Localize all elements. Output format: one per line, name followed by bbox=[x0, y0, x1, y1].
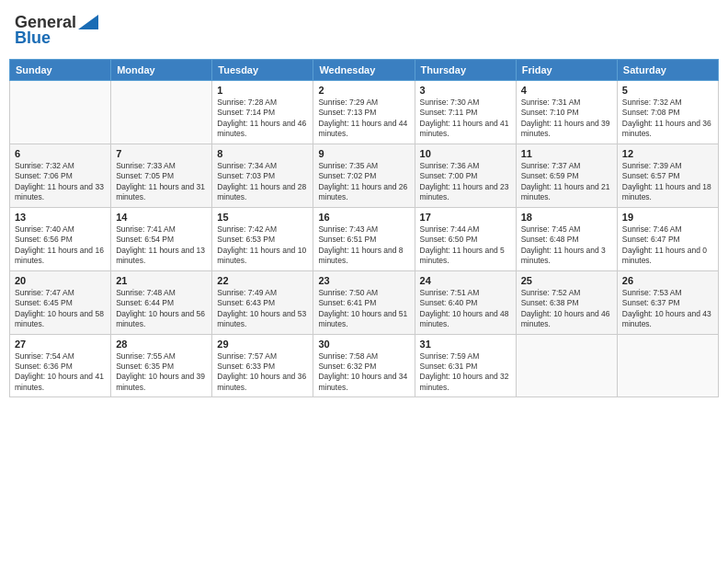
calendar-cell: 23Sunrise: 7:50 AM Sunset: 6:41 PM Dayli… bbox=[313, 270, 415, 334]
calendar-cell: 12Sunrise: 7:39 AM Sunset: 6:57 PM Dayli… bbox=[617, 144, 718, 207]
day-number: 28 bbox=[116, 339, 207, 350]
calendar-week-row: 27Sunrise: 7:54 AM Sunset: 6:36 PM Dayli… bbox=[10, 334, 719, 397]
logo: General Blue bbox=[15, 13, 98, 48]
day-number: 19 bbox=[622, 212, 713, 223]
day-info-text: Sunrise: 7:44 AM Sunset: 6:50 PM Dayligh… bbox=[420, 224, 511, 267]
calendar-cell: 10Sunrise: 7:36 AM Sunset: 7:00 PM Dayli… bbox=[415, 144, 516, 207]
day-info-text: Sunrise: 7:43 AM Sunset: 6:51 PM Dayligh… bbox=[318, 224, 409, 267]
day-info-text: Sunrise: 7:47 AM Sunset: 6:45 PM Dayligh… bbox=[15, 288, 106, 330]
day-info-text: Sunrise: 7:48 AM Sunset: 6:44 PM Dayligh… bbox=[116, 288, 207, 330]
day-info-text: Sunrise: 7:28 AM Sunset: 7:14 PM Dayligh… bbox=[217, 98, 308, 140]
day-info-text: Sunrise: 7:50 AM Sunset: 6:41 PM Dayligh… bbox=[318, 288, 409, 330]
calendar-cell: 2Sunrise: 7:29 AM Sunset: 7:13 PM Daylig… bbox=[313, 81, 415, 144]
day-info-text: Sunrise: 7:54 AM Sunset: 6:36 PM Dayligh… bbox=[15, 351, 106, 394]
day-info-text: Sunrise: 7:37 AM Sunset: 6:59 PM Dayligh… bbox=[521, 161, 612, 203]
day-info-text: Sunrise: 7:31 AM Sunset: 7:10 PM Dayligh… bbox=[521, 98, 612, 140]
day-info-text: Sunrise: 7:55 AM Sunset: 6:35 PM Dayligh… bbox=[116, 351, 207, 394]
calendar-cell: 21Sunrise: 7:48 AM Sunset: 6:44 PM Dayli… bbox=[111, 270, 212, 334]
day-info-text: Sunrise: 7:40 AM Sunset: 6:56 PM Dayligh… bbox=[15, 224, 106, 267]
calendar-cell: 3Sunrise: 7:30 AM Sunset: 7:11 PM Daylig… bbox=[415, 81, 516, 144]
calendar-cell: 30Sunrise: 7:58 AM Sunset: 6:32 PM Dayli… bbox=[313, 334, 415, 397]
calendar-cell: 14Sunrise: 7:41 AM Sunset: 6:54 PM Dayli… bbox=[111, 207, 212, 270]
calendar-table: SundayMondayTuesdayWednesdayThursdayFrid… bbox=[9, 59, 719, 397]
day-number: 31 bbox=[420, 339, 511, 350]
day-number: 18 bbox=[521, 212, 612, 223]
day-number: 26 bbox=[622, 275, 713, 286]
day-number: 14 bbox=[116, 212, 207, 223]
logo-icon bbox=[78, 15, 98, 29]
day-info-text: Sunrise: 7:41 AM Sunset: 6:54 PM Dayligh… bbox=[116, 224, 207, 267]
calendar-cell: 25Sunrise: 7:52 AM Sunset: 6:38 PM Dayli… bbox=[516, 270, 617, 334]
day-number: 5 bbox=[622, 85, 713, 96]
calendar-cell: 1Sunrise: 7:28 AM Sunset: 7:14 PM Daylig… bbox=[212, 81, 313, 144]
day-number: 30 bbox=[318, 339, 409, 350]
day-number: 11 bbox=[521, 148, 612, 159]
day-info-text: Sunrise: 7:53 AM Sunset: 6:37 PM Dayligh… bbox=[622, 288, 713, 330]
day-number: 27 bbox=[15, 339, 106, 350]
day-info-text: Sunrise: 7:33 AM Sunset: 7:05 PM Dayligh… bbox=[116, 161, 207, 203]
day-info-text: Sunrise: 7:34 AM Sunset: 7:03 PM Dayligh… bbox=[217, 161, 308, 203]
calendar-cell: 16Sunrise: 7:43 AM Sunset: 6:51 PM Dayli… bbox=[313, 207, 415, 270]
day-info-text: Sunrise: 7:39 AM Sunset: 6:57 PM Dayligh… bbox=[622, 161, 713, 203]
calendar-cell: 31Sunrise: 7:59 AM Sunset: 6:31 PM Dayli… bbox=[415, 334, 516, 397]
day-of-week-header: Wednesday bbox=[313, 60, 415, 81]
day-number: 10 bbox=[420, 148, 511, 159]
day-info-text: Sunrise: 7:51 AM Sunset: 6:40 PM Dayligh… bbox=[420, 288, 511, 330]
day-info-text: Sunrise: 7:42 AM Sunset: 6:53 PM Dayligh… bbox=[217, 224, 308, 267]
calendar-cell: 28Sunrise: 7:55 AM Sunset: 6:35 PM Dayli… bbox=[111, 334, 212, 397]
calendar-cell bbox=[111, 81, 212, 144]
calendar-cell: 13Sunrise: 7:40 AM Sunset: 6:56 PM Dayli… bbox=[10, 207, 111, 270]
calendar-cell: 27Sunrise: 7:54 AM Sunset: 6:36 PM Dayli… bbox=[10, 334, 111, 397]
calendar-cell: 5Sunrise: 7:32 AM Sunset: 7:08 PM Daylig… bbox=[617, 81, 718, 144]
day-number: 21 bbox=[116, 275, 207, 286]
logo-blue-text: Blue bbox=[15, 29, 51, 48]
day-of-week-header: Monday bbox=[111, 60, 212, 81]
day-info-text: Sunrise: 7:45 AM Sunset: 6:48 PM Dayligh… bbox=[521, 224, 612, 267]
calendar-cell: 8Sunrise: 7:34 AM Sunset: 7:03 PM Daylig… bbox=[212, 144, 313, 207]
day-info-text: Sunrise: 7:52 AM Sunset: 6:38 PM Dayligh… bbox=[521, 288, 612, 330]
days-header-row: SundayMondayTuesdayWednesdayThursdayFrid… bbox=[10, 60, 719, 81]
calendar-cell: 18Sunrise: 7:45 AM Sunset: 6:48 PM Dayli… bbox=[516, 207, 617, 270]
day-number: 25 bbox=[521, 275, 612, 286]
calendar-week-row: 20Sunrise: 7:47 AM Sunset: 6:45 PM Dayli… bbox=[10, 270, 719, 334]
day-number: 29 bbox=[217, 339, 308, 350]
calendar-cell: 15Sunrise: 7:42 AM Sunset: 6:53 PM Dayli… bbox=[212, 207, 313, 270]
calendar-week-row: 13Sunrise: 7:40 AM Sunset: 6:56 PM Dayli… bbox=[10, 207, 719, 270]
day-of-week-header: Tuesday bbox=[212, 60, 313, 81]
calendar-cell: 6Sunrise: 7:32 AM Sunset: 7:06 PM Daylig… bbox=[10, 144, 111, 207]
day-number: 4 bbox=[521, 85, 612, 96]
day-of-week-header: Saturday bbox=[617, 60, 718, 81]
day-info-text: Sunrise: 7:36 AM Sunset: 7:00 PM Dayligh… bbox=[420, 161, 511, 203]
calendar-cell: 11Sunrise: 7:37 AM Sunset: 6:59 PM Dayli… bbox=[516, 144, 617, 207]
calendar-cell: 7Sunrise: 7:33 AM Sunset: 7:05 PM Daylig… bbox=[111, 144, 212, 207]
calendar-cell: 22Sunrise: 7:49 AM Sunset: 6:43 PM Dayli… bbox=[212, 270, 313, 334]
day-number: 23 bbox=[318, 275, 409, 286]
day-number: 1 bbox=[217, 85, 308, 96]
svg-marker-0 bbox=[78, 15, 98, 29]
calendar-cell bbox=[516, 334, 617, 397]
day-info-text: Sunrise: 7:32 AM Sunset: 7:08 PM Dayligh… bbox=[622, 98, 713, 140]
day-info-text: Sunrise: 7:32 AM Sunset: 7:06 PM Dayligh… bbox=[15, 161, 106, 203]
day-of-week-header: Thursday bbox=[415, 60, 516, 81]
calendar-cell bbox=[617, 334, 718, 397]
calendar-week-row: 1Sunrise: 7:28 AM Sunset: 7:14 PM Daylig… bbox=[10, 81, 719, 144]
day-number: 2 bbox=[318, 85, 409, 96]
day-info-text: Sunrise: 7:49 AM Sunset: 6:43 PM Dayligh… bbox=[217, 288, 308, 330]
day-info-text: Sunrise: 7:29 AM Sunset: 7:13 PM Dayligh… bbox=[318, 98, 409, 140]
calendar-cell: 29Sunrise: 7:57 AM Sunset: 6:33 PM Dayli… bbox=[212, 334, 313, 397]
day-number: 16 bbox=[318, 212, 409, 223]
day-number: 24 bbox=[420, 275, 511, 286]
day-number: 8 bbox=[217, 148, 308, 159]
day-number: 15 bbox=[217, 212, 308, 223]
day-number: 6 bbox=[15, 148, 106, 159]
calendar-cell: 26Sunrise: 7:53 AM Sunset: 6:37 PM Dayli… bbox=[617, 270, 718, 334]
calendar-cell: 17Sunrise: 7:44 AM Sunset: 6:50 PM Dayli… bbox=[415, 207, 516, 270]
day-number: 13 bbox=[15, 212, 106, 223]
day-number: 22 bbox=[217, 275, 308, 286]
calendar-week-row: 6Sunrise: 7:32 AM Sunset: 7:06 PM Daylig… bbox=[10, 144, 719, 207]
calendar-cell: 24Sunrise: 7:51 AM Sunset: 6:40 PM Dayli… bbox=[415, 270, 516, 334]
page-header: General Blue bbox=[9, 9, 719, 52]
day-number: 12 bbox=[622, 148, 713, 159]
day-number: 9 bbox=[318, 148, 409, 159]
day-info-text: Sunrise: 7:59 AM Sunset: 6:31 PM Dayligh… bbox=[420, 351, 511, 394]
